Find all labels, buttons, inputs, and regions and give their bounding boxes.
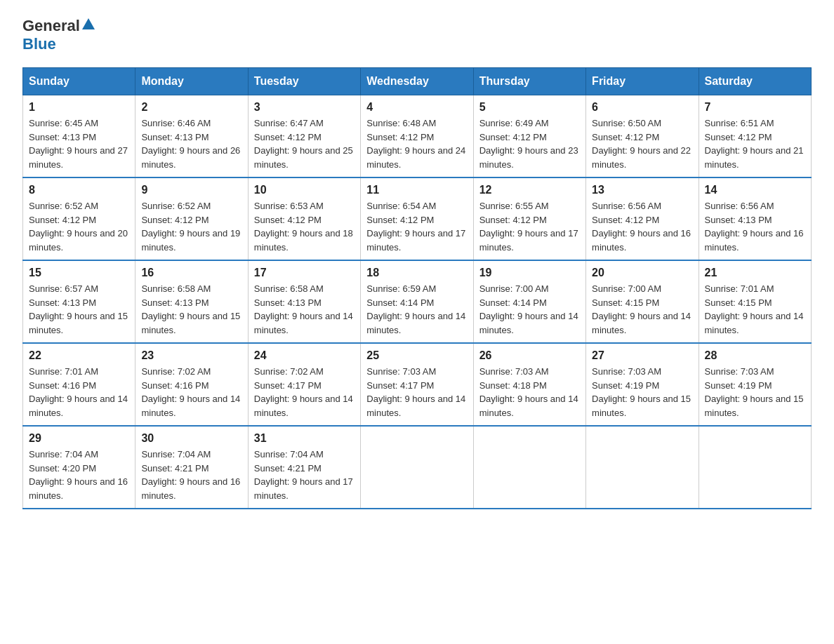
sunrise-label: Sunrise: 7:02 AM (254, 366, 324, 377)
calendar-cell: 8 Sunrise: 6:52 AM Sunset: 4:12 PM Dayli… (23, 177, 135, 260)
sunset-label: Sunset: 4:19 PM (592, 380, 659, 391)
day-number: 30 (141, 432, 241, 445)
day-number: 6 (592, 101, 692, 114)
header-sunday: Sunday (23, 68, 135, 95)
daylight-label: Daylight: 9 hours and 14 minutes. (592, 311, 691, 335)
sunset-label: Sunset: 4:14 PM (479, 297, 547, 308)
day-info: Sunrise: 6:57 AM Sunset: 4:13 PM Dayligh… (29, 282, 129, 337)
sunset-label: Sunset: 4:13 PM (29, 297, 96, 308)
sunrise-label: Sunrise: 6:48 AM (366, 118, 436, 128)
sunrise-label: Sunrise: 6:55 AM (479, 201, 549, 211)
sunrise-label: Sunrise: 6:45 AM (29, 118, 98, 128)
sunrise-label: Sunrise: 7:01 AM (29, 366, 98, 377)
calendar-cell: 21 Sunrise: 7:01 AM Sunset: 4:15 PM Dayl… (699, 260, 811, 343)
calendar-cell: 13 Sunrise: 6:56 AM Sunset: 4:12 PM Dayl… (586, 177, 699, 260)
calendar-cell: 14 Sunrise: 6:56 AM Sunset: 4:13 PM Dayl… (699, 177, 811, 260)
calendar-cell: 16 Sunrise: 6:58 AM Sunset: 4:13 PM Dayl… (135, 260, 248, 343)
calendar-cell (361, 426, 473, 509)
calendar-cell (699, 426, 811, 509)
calendar-cell: 24 Sunrise: 7:02 AM Sunset: 4:17 PM Dayl… (248, 343, 360, 426)
sunrise-label: Sunrise: 6:52 AM (141, 201, 211, 211)
daylight-label: Daylight: 9 hours and 15 minutes. (141, 311, 240, 335)
sunrise-label: Sunrise: 7:03 AM (705, 366, 774, 377)
calendar-cell: 9 Sunrise: 6:52 AM Sunset: 4:12 PM Dayli… (135, 177, 248, 260)
sunrise-label: Sunrise: 6:51 AM (705, 118, 774, 128)
daylight-label: Daylight: 9 hours and 15 minutes. (592, 394, 691, 418)
day-info: Sunrise: 7:01 AM Sunset: 4:16 PM Dayligh… (29, 365, 129, 420)
daylight-label: Daylight: 9 hours and 14 minutes. (141, 394, 240, 418)
sunset-label: Sunset: 4:14 PM (366, 297, 434, 308)
sunrise-label: Sunrise: 6:52 AM (29, 201, 98, 211)
daylight-label: Daylight: 9 hours and 14 minutes. (29, 394, 128, 418)
daylight-label: Daylight: 9 hours and 14 minutes. (366, 394, 465, 418)
sunrise-label: Sunrise: 7:04 AM (141, 449, 211, 459)
calendar-cell: 15 Sunrise: 6:57 AM Sunset: 4:13 PM Dayl… (23, 260, 135, 343)
calendar-week-row: 15 Sunrise: 6:57 AM Sunset: 4:13 PM Dayl… (23, 260, 812, 343)
daylight-label: Daylight: 9 hours and 17 minutes. (366, 228, 465, 253)
sunrise-label: Sunrise: 7:04 AM (29, 449, 98, 459)
daylight-label: Daylight: 9 hours and 20 minutes. (29, 228, 128, 253)
calendar-cell: 6 Sunrise: 6:50 AM Sunset: 4:12 PM Dayli… (586, 95, 699, 178)
calendar-week-row: 29 Sunrise: 7:04 AM Sunset: 4:20 PM Dayl… (23, 426, 812, 509)
day-info: Sunrise: 6:47 AM Sunset: 4:12 PM Dayligh… (254, 116, 355, 171)
logo-triangle-icon (82, 18, 95, 29)
sunset-label: Sunset: 4:21 PM (254, 463, 322, 474)
day-info: Sunrise: 6:55 AM Sunset: 4:12 PM Dayligh… (479, 199, 580, 254)
sunset-label: Sunset: 4:12 PM (592, 132, 659, 142)
calendar-week-row: 8 Sunrise: 6:52 AM Sunset: 4:12 PM Dayli… (23, 177, 812, 260)
day-number: 26 (479, 349, 580, 362)
calendar-cell: 29 Sunrise: 7:04 AM Sunset: 4:20 PM Dayl… (23, 426, 135, 509)
day-number: 9 (141, 184, 241, 196)
day-number: 28 (705, 349, 805, 362)
logo-blue-text: Blue (22, 35, 56, 53)
day-info: Sunrise: 7:04 AM Sunset: 4:20 PM Dayligh… (29, 448, 129, 502)
day-number: 15 (29, 267, 129, 279)
sunrise-label: Sunrise: 7:01 AM (705, 283, 774, 294)
calendar-cell: 10 Sunrise: 6:53 AM Sunset: 4:12 PM Dayl… (248, 177, 360, 260)
header-wednesday: Wednesday (361, 68, 473, 95)
day-number: 20 (592, 267, 692, 279)
sunset-label: Sunset: 4:13 PM (254, 297, 322, 308)
day-number: 18 (366, 267, 467, 279)
day-info: Sunrise: 7:03 AM Sunset: 4:19 PM Dayligh… (592, 365, 692, 420)
daylight-label: Daylight: 9 hours and 14 minutes. (479, 394, 578, 418)
logo-general-text: General (22, 17, 80, 35)
day-number: 16 (141, 267, 241, 279)
day-number: 12 (479, 184, 580, 196)
daylight-label: Daylight: 9 hours and 14 minutes. (479, 311, 578, 335)
sunrise-label: Sunrise: 6:53 AM (254, 201, 324, 211)
day-info: Sunrise: 7:00 AM Sunset: 4:14 PM Dayligh… (479, 282, 580, 337)
daylight-label: Daylight: 9 hours and 23 minutes. (479, 145, 578, 170)
sunset-label: Sunset: 4:15 PM (705, 297, 772, 308)
day-info: Sunrise: 7:02 AM Sunset: 4:16 PM Dayligh… (141, 365, 241, 420)
calendar-week-row: 22 Sunrise: 7:01 AM Sunset: 4:16 PM Dayl… (23, 343, 812, 426)
calendar-cell: 3 Sunrise: 6:47 AM Sunset: 4:12 PM Dayli… (248, 95, 360, 178)
sunrise-label: Sunrise: 6:46 AM (141, 118, 211, 128)
day-number: 27 (592, 349, 692, 362)
day-info: Sunrise: 6:50 AM Sunset: 4:12 PM Dayligh… (592, 116, 692, 171)
calendar-cell: 11 Sunrise: 6:54 AM Sunset: 4:12 PM Dayl… (361, 177, 473, 260)
sunset-label: Sunset: 4:16 PM (141, 380, 208, 391)
day-info: Sunrise: 6:56 AM Sunset: 4:12 PM Dayligh… (592, 199, 692, 254)
day-info: Sunrise: 7:03 AM Sunset: 4:18 PM Dayligh… (479, 365, 580, 420)
daylight-label: Daylight: 9 hours and 16 minutes. (592, 228, 691, 253)
day-number: 21 (705, 267, 805, 279)
sunrise-label: Sunrise: 6:58 AM (141, 283, 211, 294)
daylight-label: Daylight: 9 hours and 17 minutes. (479, 228, 578, 253)
sunset-label: Sunset: 4:19 PM (705, 380, 772, 391)
day-info: Sunrise: 6:54 AM Sunset: 4:12 PM Dayligh… (366, 199, 467, 254)
header-friday: Friday (586, 68, 699, 95)
day-info: Sunrise: 6:52 AM Sunset: 4:12 PM Dayligh… (141, 199, 241, 254)
page-header: General Blue (22, 17, 812, 53)
day-number: 13 (592, 184, 692, 196)
sunset-label: Sunset: 4:12 PM (254, 215, 322, 225)
calendar-cell: 20 Sunrise: 7:00 AM Sunset: 4:15 PM Dayl… (586, 260, 699, 343)
day-info: Sunrise: 6:53 AM Sunset: 4:12 PM Dayligh… (254, 199, 355, 254)
sunrise-label: Sunrise: 7:04 AM (254, 449, 324, 459)
day-number: 19 (479, 267, 580, 279)
calendar-cell: 7 Sunrise: 6:51 AM Sunset: 4:12 PM Dayli… (699, 95, 811, 178)
calendar-cell: 19 Sunrise: 7:00 AM Sunset: 4:14 PM Dayl… (473, 260, 585, 343)
daylight-label: Daylight: 9 hours and 16 minutes. (705, 228, 804, 253)
sunrise-label: Sunrise: 6:58 AM (254, 283, 324, 294)
calendar-cell (473, 426, 585, 509)
